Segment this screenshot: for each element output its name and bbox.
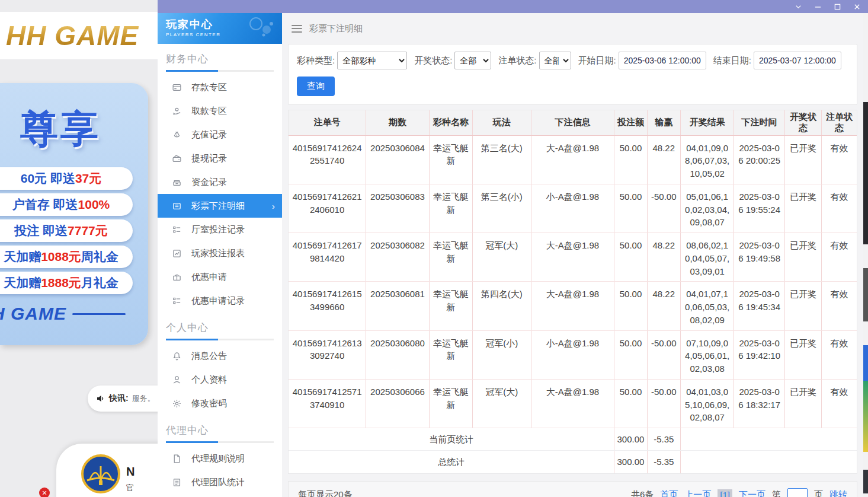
jump-suffix-label: 页 (814, 489, 823, 497)
background-page: HH GAME 至尊享 60元 即送37元户首存 即送100%投注 即送7777… (0, 0, 158, 497)
cell-bet-info: 大-A盘@1.98 (531, 379, 614, 428)
sidebar-item-label: 修改密码 (191, 398, 227, 409)
next-page-link[interactable]: 下一页 (739, 489, 765, 497)
sidebar-sections: 财务中心存款专区取款专区充值记录提现记录资金记录彩票下注明细›厅室投注记录玩家投… (158, 52, 282, 494)
sidebar-item-label: 充值记录 (191, 129, 227, 141)
chevron-right-icon: › (272, 201, 275, 211)
col-header-order-status: 注单状态 (822, 110, 857, 135)
start-date-label: 开始日期: (578, 55, 616, 66)
cell-win-loss: 48.22 (647, 282, 680, 330)
sidebar-item-recharge-record[interactable]: 充值记录 (158, 123, 282, 146)
col-header-period: 期数 (366, 110, 430, 135)
order-status-select[interactable]: 全部 (539, 52, 571, 69)
search-button[interactable]: 查询 (297, 77, 335, 96)
col-header-bet-info: 下注信息 (531, 110, 614, 135)
promo-pill-text: 1088元 (41, 249, 81, 265)
screen: HH GAME 至尊享 60元 即送37元户首存 即送100%投注 即送7777… (0, 0, 868, 497)
summary-bet-amount: 300.00 (614, 451, 647, 473)
cell-order-status: 有效 (822, 379, 857, 428)
cell-period: 20250306082 (366, 233, 430, 282)
promo-record-icon (172, 296, 182, 306)
summary-win-loss: -5.35 (647, 428, 680, 451)
cell-period: 20250306066 (366, 379, 430, 428)
cell-period: 20250306083 (366, 184, 430, 232)
table-header-row: 注单号期数彩种名称玩法下注信息投注额输赢开奖结果下注时间开奖状态注单状态 (289, 110, 857, 135)
sidebar-item-deposit[interactable]: 存款专区 (158, 75, 282, 99)
promo-pill-text: 60元 即送 (21, 170, 75, 187)
cell-bet-amount: 50.00 (614, 184, 647, 232)
sidebar-item-lottery-bet-detail[interactable]: 彩票下注明细› (158, 194, 282, 218)
col-header-draw-status: 开奖状态 (784, 110, 821, 135)
lottery-type-select[interactable]: 全部彩种 (337, 52, 407, 69)
topbar: 彩票下注明细 (288, 13, 857, 44)
cell-order-no: 401569174126212406010 (289, 184, 366, 232)
cell-bet-info: 大-A盘@1.98 (531, 233, 614, 282)
sidebar-item-change-password[interactable]: 修改密码 (158, 391, 282, 415)
cell-lottery-name: 幸运飞艇新 (429, 282, 472, 330)
cell-lottery-name: 幸运飞艇新 (429, 330, 472, 379)
cell-win-loss: -50.00 (647, 379, 680, 428)
minimize-icon[interactable] (814, 3, 822, 11)
bet-table-panel: 注单号期数彩种名称玩法下注信息投注额输赢开奖结果下注时间开奖状态注单状态 401… (288, 110, 857, 474)
app-window: 玩家中心 PLAYERS CENTER 财务中心存款专区取款专区充值记录提现记录… (158, 0, 868, 497)
cell-play: 第三名(大) (473, 135, 531, 184)
hamburger-icon[interactable] (292, 25, 302, 33)
team-stats-icon (172, 477, 182, 488)
sidebar-item-withdraw[interactable]: 取款专区 (158, 99, 282, 123)
sidebar-item-promo-apply-record[interactable]: 优惠申请记录 (158, 289, 282, 313)
cell-win-loss: -50.00 (647, 184, 680, 232)
lottery-detail-icon (172, 201, 182, 211)
table-row: 40156917412571374091020250306066幸运飞艇新冠军(… (289, 379, 857, 428)
end-date-label: 结束日期: (713, 55, 751, 66)
recharge-icon (172, 130, 182, 140)
promo-brand-line (72, 313, 126, 315)
cell-bet-time: 2025-03-06 18:32:17 (734, 379, 784, 428)
current-page-badge[interactable]: [1] (718, 489, 732, 497)
cell-order-status: 有效 (822, 184, 857, 232)
sidebar-item-cashout-record[interactable]: 提现记录 (158, 146, 282, 170)
jump-action-link[interactable]: 跳转 (829, 489, 847, 497)
sidebar-item-hall-bet-record[interactable]: 厅室投注记录 (158, 218, 282, 241)
cell-order-status: 有效 (822, 233, 857, 282)
news-ticker: 快讯: 服务。 (88, 386, 165, 412)
cell-order-no: 401569174126153499660 (289, 282, 366, 330)
cell-order-no: 401569174126242551740 (289, 135, 366, 184)
cell-play: 第三名(小) (473, 184, 531, 232)
cell-bet-info: 大-A盘@1.98 (531, 282, 614, 330)
gamepad-icon (244, 15, 277, 39)
promo-pill: 天加赠1088元周礼金 (0, 246, 133, 268)
sidebar-item-agent-rules[interactable]: 代理规则说明 (158, 447, 282, 470)
sidebar-item-notice[interactable]: 消息公告 (158, 344, 282, 368)
end-date-input[interactable] (754, 52, 841, 69)
gear-icon (172, 399, 182, 409)
cell-bet-amount: 50.00 (614, 233, 647, 282)
promo-pill-text: 投注 即送 (14, 222, 68, 239)
sidebar-item-player-bet-report[interactable]: 玩家投注报表 (158, 241, 282, 265)
sidebar-item-label: 代理团队统计 (191, 477, 245, 488)
cell-draw-status: 已开奖 (784, 282, 821, 330)
cell-draw-result: 04,01,07,10,06,05,03,08,02,09 (680, 282, 734, 330)
maximize-icon[interactable] (834, 3, 841, 11)
sidebar-item-profile[interactable]: 个人资料 (158, 368, 282, 391)
sidebar-item-label: 厅室投注记录 (191, 224, 245, 235)
table-row: 40156917412617981442020250306082幸运飞艇新冠军(… (289, 233, 857, 282)
first-page-link[interactable]: 首页 (660, 489, 678, 497)
filter-panel: 彩种类型: 全部彩种 开奖状态: 全部 注单状态: 全部 开始日期: (288, 44, 857, 105)
draw-status-select[interactable]: 全部 (454, 52, 491, 69)
chevron-down-icon[interactable] (795, 3, 802, 11)
start-date-input[interactable] (619, 52, 706, 69)
promo-brand-logo: H GAME (0, 304, 66, 324)
close-icon[interactable] (853, 3, 861, 11)
sidebar-item-agent-team-stats[interactable]: 代理团队统计 (158, 470, 282, 494)
profile-icon (172, 375, 182, 385)
sidebar-item-label: 彩票下注明细 (191, 200, 245, 212)
jump-page-input[interactable] (787, 488, 808, 497)
prev-page-link[interactable]: 上一页 (684, 489, 711, 497)
sidebar-item-funds-record[interactable]: 资金记录 (158, 170, 282, 194)
close-badge-icon[interactable]: ✕ (39, 488, 50, 497)
sidebar-item-promo-apply[interactable]: 优惠申请 (158, 265, 282, 289)
team-sub: 官 (126, 483, 134, 493)
section-underline (166, 441, 274, 443)
cell-draw-status: 已开奖 (784, 135, 821, 184)
player-report-icon (172, 249, 182, 259)
